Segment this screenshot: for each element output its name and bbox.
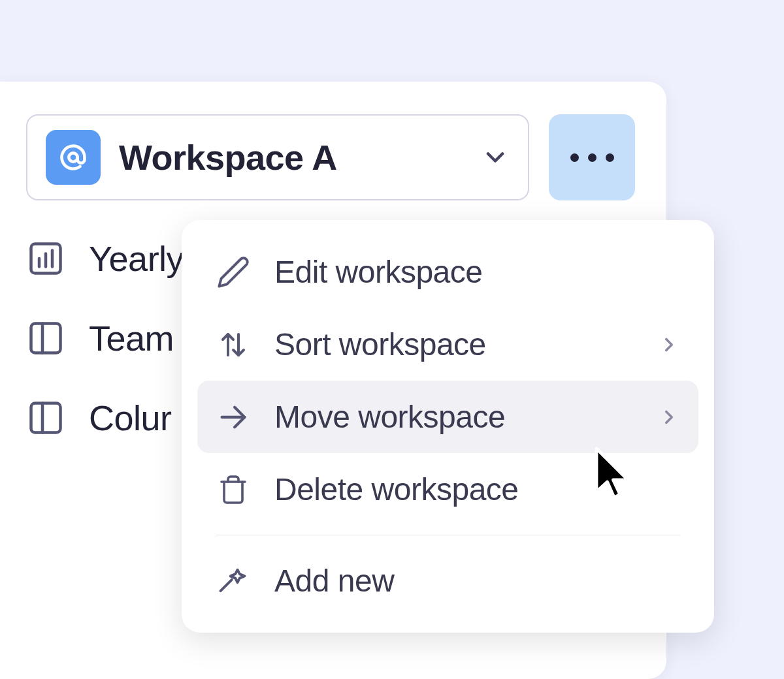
svg-rect-5: [31, 324, 61, 353]
at-icon: [57, 141, 90, 174]
chevron-down-icon: [481, 143, 510, 172]
dot-icon: [588, 153, 596, 162]
menu-item-move[interactable]: Move workspace: [197, 381, 698, 453]
arrow-right-icon: [216, 400, 250, 434]
magic-wand-icon: [216, 564, 250, 598]
workspace-dropdown[interactable]: Workspace A: [26, 114, 529, 200]
menu-label: Delete workspace: [274, 471, 680, 507]
trash-icon: [218, 474, 249, 505]
pencil-icon: [216, 255, 250, 289]
svg-rect-7: [31, 403, 61, 433]
menu-label: Sort workspace: [274, 326, 634, 362]
menu-item-delete[interactable]: Delete workspace: [197, 453, 698, 526]
nav-label: Team: [89, 318, 174, 358]
more-options-button[interactable]: [549, 114, 635, 200]
menu-item-sort[interactable]: Sort workspace: [197, 308, 698, 381]
chevron-right-icon: [658, 406, 680, 428]
panel-left-icon: [26, 319, 65, 358]
dot-icon: [606, 153, 614, 162]
menu-divider: [216, 535, 680, 535]
bar-chart-icon: [26, 239, 65, 278]
context-menu: Edit workspace Sort workspace Move works…: [182, 220, 714, 633]
panel-left-icon: [26, 398, 65, 437]
sort-icon: [218, 329, 249, 360]
dot-icon: [570, 153, 579, 162]
workspace-badge: [46, 130, 101, 185]
nav-label: Colur: [89, 398, 172, 438]
menu-item-add-new[interactable]: Add new: [197, 545, 698, 617]
chevron-right-icon: [658, 334, 680, 356]
menu-label: Add new: [274, 563, 680, 599]
header-row: Workspace A: [26, 114, 640, 200]
menu-label: Move workspace: [274, 399, 634, 435]
nav-label: Yearly: [89, 238, 184, 279]
menu-item-edit[interactable]: Edit workspace: [197, 236, 698, 308]
workspace-name: Workspace A: [119, 137, 463, 178]
menu-label: Edit workspace: [274, 254, 680, 290]
